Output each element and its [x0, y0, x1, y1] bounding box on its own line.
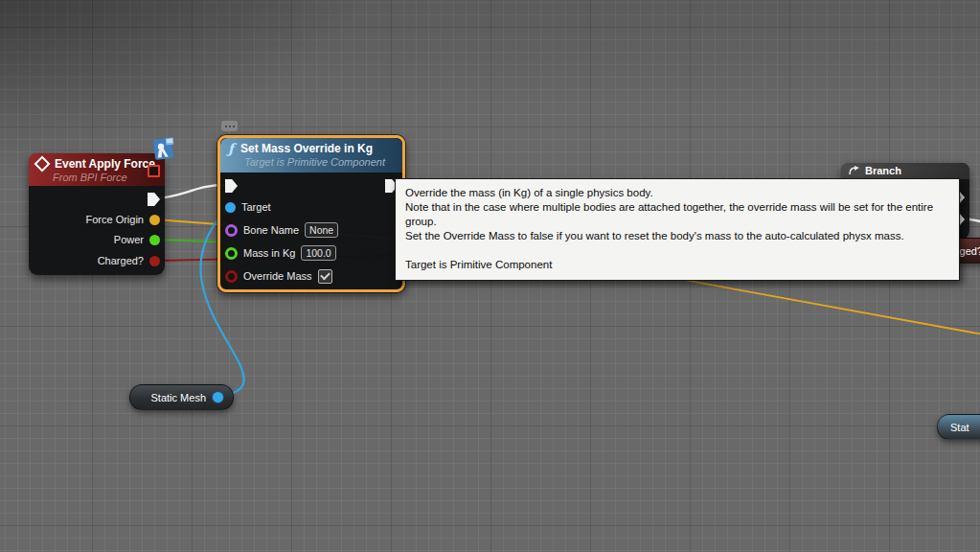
tooltip-line-3: Set the Override Mass to false if you wa…: [405, 229, 949, 243]
event-node-subtitle: From BPI Force: [53, 172, 157, 183]
clipped-variable-node[interactable]: Stat: [937, 414, 980, 440]
override-mass-pin[interactable]: [225, 270, 238, 283]
force-origin-pin[interactable]: [149, 215, 160, 225]
bone-name-pin[interactable]: [225, 224, 238, 237]
override-mass-row: Override Mass: [225, 268, 332, 284]
power-pin[interactable]: [149, 235, 160, 245]
override-mass-label: Override Mass: [243, 270, 312, 282]
tooltip-line-1: Override the mass (in Kg) of a single ph…: [405, 186, 949, 200]
static-mesh-variable-node[interactable]: Static Mesh: [129, 384, 234, 410]
blueprint-graph-canvas[interactable]: Event Apply Force From BPI Force Force O…: [0, 0, 980, 552]
force-origin-label: Force Origin: [85, 214, 144, 225]
target-row: Target: [225, 199, 271, 215]
static-mesh-output-pin[interactable]: [212, 391, 224, 403]
mass-in-kg-row: Mass in Kg 100.0: [225, 245, 336, 261]
tooltip-line-2: Note that in the case where multiple bod…: [405, 200, 949, 229]
setmass-exec-in-row: [225, 178, 238, 194]
override-mass-checkbox[interactable]: [318, 269, 332, 284]
power-row: Power: [114, 232, 160, 247]
cursor-gamepad-icon: [151, 135, 177, 162]
bone-name-label: Bone Name: [243, 224, 299, 236]
set-mass-override-node[interactable]: ƒ Set Mass Override in Kg Target is Prim…: [217, 135, 405, 292]
power-label: Power: [114, 234, 144, 245]
tooltip-footer: Target is Primitive Component: [405, 258, 949, 272]
charged-row: Charged?: [98, 253, 160, 268]
bone-name-input[interactable]: None: [305, 222, 338, 238]
function-icon: ƒ: [228, 143, 234, 154]
charged-variable-label: ged?: [960, 245, 980, 257]
clipped-variable-label: Stat: [950, 422, 969, 433]
target-pin[interactable]: [225, 202, 236, 213]
event-node-title: Event Apply Force: [55, 157, 155, 171]
set-mass-node-subtitle: Target is Primitive Component: [244, 156, 395, 168]
event-exec-out-row: [148, 192, 160, 207]
comment-bubble-icon[interactable]: [221, 121, 238, 131]
static-mesh-label: Static Mesh: [151, 392, 206, 403]
node-tooltip: Override the mass (in Kg) of a single ph…: [395, 178, 960, 281]
force-origin-row: Force Origin: [85, 212, 160, 227]
mass-in-kg-label: Mass in Kg: [243, 247, 295, 259]
tooltip-spacer: [405, 243, 949, 258]
exec-in-pin[interactable]: [225, 179, 238, 193]
branch-node-title: Branch: [865, 165, 901, 176]
mass-in-kg-pin[interactable]: [225, 247, 238, 260]
set-mass-node-title: Set Mass Override in Kg: [240, 142, 373, 155]
event-diamond-icon: [34, 156, 51, 172]
charged-pin[interactable]: [149, 256, 160, 266]
branch-icon: [849, 166, 860, 175]
target-label: Target: [241, 201, 271, 213]
mass-in-kg-input[interactable]: 100.0: [301, 245, 335, 261]
wire-exec-event-to-setmass[interactable]: [155, 185, 224, 198]
exec-out-pin[interactable]: [148, 193, 160, 206]
event-apply-force-node[interactable]: Event Apply Force From BPI Force Force O…: [29, 153, 165, 275]
charged-label: Charged?: [98, 255, 144, 266]
delegate-pin[interactable]: [148, 165, 160, 177]
bone-name-row: Bone Name None: [225, 222, 338, 238]
